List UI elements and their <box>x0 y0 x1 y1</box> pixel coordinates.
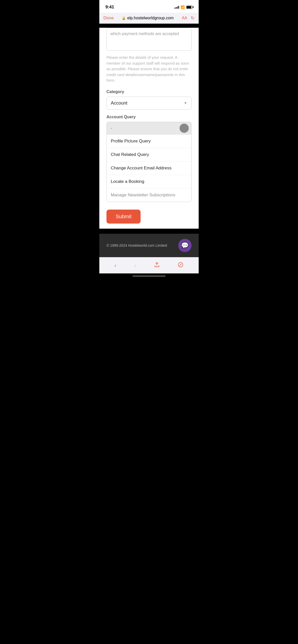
category-value: Account <box>111 100 127 106</box>
lock-icon: 🔒 <box>122 16 126 20</box>
copyright-text: © 1999-2024 Hostelworld.com Limited <box>106 243 167 247</box>
category-section: Category Account ▼ <box>106 90 192 110</box>
footer: © 1999-2024 Hostelworld.com Limited 💬 <box>99 234 199 257</box>
back-button[interactable]: ‹ <box>111 261 120 270</box>
forward-button[interactable]: › <box>131 261 140 270</box>
list-item[interactable]: Locate a Booking <box>107 175 191 188</box>
chat-button[interactable]: 💬 <box>178 239 192 252</box>
reload-button[interactable]: ↻ <box>191 15 195 21</box>
home-bar <box>132 275 166 277</box>
browser-nav: ‹ › <box>99 257 199 273</box>
list-item[interactable]: Chat Related Query <box>107 148 191 162</box>
category-label: Category <box>106 90 192 94</box>
chat-icon: 💬 <box>181 242 189 249</box>
status-bar: 9:41 📶 <box>99 0 199 13</box>
selected-value: - <box>111 126 112 131</box>
scroll-handle[interactable] <box>180 124 189 133</box>
signal-icon <box>174 6 179 9</box>
main-content: which payment methods are accepted Pleas… <box>99 28 199 229</box>
aa-button[interactable]: AA <box>182 16 187 20</box>
list-item[interactable]: Change Account Email Address <box>107 162 191 175</box>
request-textarea[interactable]: which payment methods are accepted <box>106 28 192 51</box>
status-icons: 📶 <box>174 5 193 9</box>
dropdown-selected-item[interactable]: - <box>107 122 191 135</box>
status-time: 9:41 <box>105 5 114 10</box>
wifi-icon: 📶 <box>181 5 185 9</box>
home-indicator <box>99 273 199 280</box>
helper-text: Please enter the details of your request… <box>106 55 192 83</box>
category-select[interactable]: Account ▼ <box>106 97 192 110</box>
browser-bar: Done 🔒 elp.hostelworldgroup.com AA ↻ <box>99 13 199 24</box>
url-bar: 🔒 elp.hostelworldgroup.com <box>122 16 173 20</box>
account-query-label: Account Query <box>106 115 192 119</box>
compass-button[interactable] <box>174 260 187 270</box>
done-button[interactable]: Done <box>103 16 114 21</box>
browser-actions: AA ↻ <box>182 15 195 21</box>
chevron-down-icon: ▼ <box>184 101 187 105</box>
url-text: elp.hostelworldgroup.com <box>127 16 173 20</box>
list-item[interactable]: Manage Newsletter Subscriptions <box>107 188 191 202</box>
textarea-content: which payment methods are accepted <box>110 32 179 36</box>
account-query-dropdown[interactable]: - Profile Picture Query Chat Related Que… <box>106 122 192 202</box>
account-query-section: Account Query - Profile Picture Query Ch… <box>106 115 192 202</box>
share-button[interactable] <box>151 260 163 270</box>
submit-button[interactable]: Submit <box>106 210 141 224</box>
list-item[interactable]: Profile Picture Query <box>107 135 191 148</box>
battery-icon <box>186 6 193 9</box>
